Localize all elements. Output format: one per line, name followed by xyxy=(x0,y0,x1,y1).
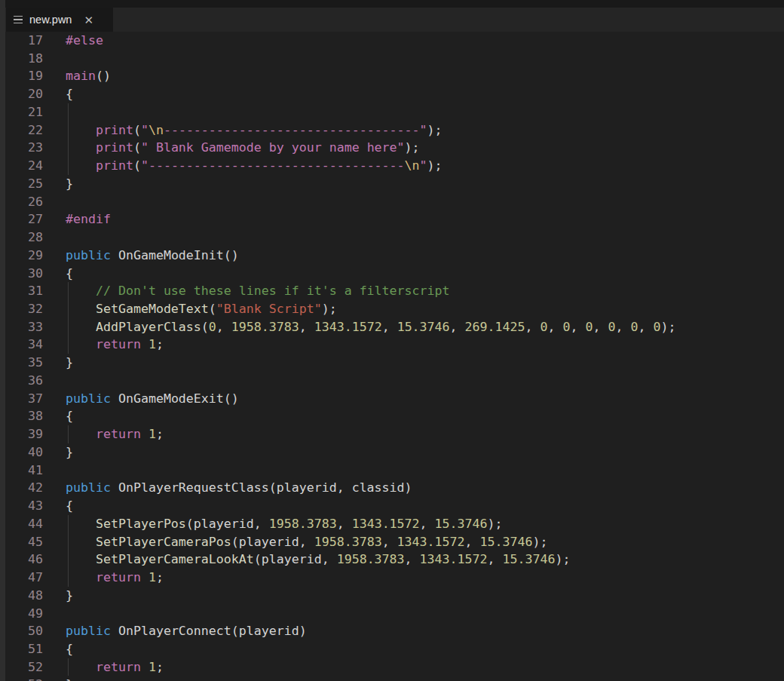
code-line[interactable]: 51{ xyxy=(0,640,784,658)
code-line[interactable]: 30{ xyxy=(0,265,784,283)
code-line[interactable]: 37public OnGameModeExit() xyxy=(0,390,784,408)
code-token: public xyxy=(66,391,111,406)
tab-new-pwn[interactable]: new.pwn ✕ xyxy=(6,8,113,32)
indent-guide xyxy=(68,139,69,157)
code-line[interactable]: 50public OnPlayerConnect(playerid) xyxy=(0,622,784,640)
line-number: 47 xyxy=(0,569,43,587)
code-line[interactable]: 28 xyxy=(0,229,784,247)
code-editor[interactable]: 17#else1819main()20{2122 print("\n------… xyxy=(0,32,784,681)
code-token: AddPlayerClass xyxy=(96,320,201,334)
code-token: 0 xyxy=(209,320,216,334)
code-line[interactable]: 20{ xyxy=(0,85,784,103)
code-line[interactable]: 32 SetGameModeText("Blank Script"); xyxy=(0,300,784,318)
code-line[interactable]: 31 // Don't use these lines if it's a fi… xyxy=(0,282,784,300)
code-line[interactable]: 43{ xyxy=(0,497,784,515)
code-line[interactable]: 19main() xyxy=(0,67,784,85)
code-text: public OnGameModeInit() xyxy=(43,247,239,265)
code-token: public xyxy=(66,624,111,638)
code-text: { xyxy=(43,85,73,103)
code-token xyxy=(66,517,96,531)
code-text xyxy=(43,462,66,480)
code-token: SetPlayerCameraLookAt xyxy=(96,552,254,566)
line-number: 42 xyxy=(0,479,43,497)
code-line[interactable]: 49 xyxy=(0,605,784,623)
code-token: "---------------------------------- xyxy=(141,158,405,173)
line-number: 45 xyxy=(0,533,43,551)
code-token: #endif xyxy=(66,212,111,226)
code-line[interactable]: 52 return 1; xyxy=(0,658,784,676)
code-line[interactable]: 41 xyxy=(0,462,784,480)
code-line[interactable]: 36 xyxy=(0,372,784,390)
code-text: main() xyxy=(43,67,111,85)
code-line[interactable]: 46 SetPlayerCameraLookAt(playerid, 1958.… xyxy=(0,551,784,569)
code-token xyxy=(66,140,96,155)
code-token: OnGameModeInit() xyxy=(111,248,239,262)
code-token: , xyxy=(525,320,541,334)
code-token: ); xyxy=(322,302,337,316)
code-token: ( xyxy=(209,302,216,316)
code-token: , xyxy=(382,320,397,334)
code-text: SetPlayerCameraPos(playerid, 1958.3783, … xyxy=(43,533,547,551)
code-line[interactable]: 40} xyxy=(0,443,784,462)
close-icon[interactable]: ✕ xyxy=(84,14,93,26)
code-line[interactable]: 44 SetPlayerPos(playerid, 1958.3783, 134… xyxy=(0,515,784,533)
code-token: 0 xyxy=(653,320,660,334)
code-text: return 1; xyxy=(43,336,164,354)
code-token: print xyxy=(96,158,133,173)
code-token: ; xyxy=(156,570,164,584)
code-token: ; xyxy=(156,660,164,674)
code-line[interactable]: 48} xyxy=(0,587,784,605)
code-line[interactable]: 25} xyxy=(0,175,784,193)
code-token: , xyxy=(450,320,465,334)
code-text: print("---------------------------------… xyxy=(43,157,443,175)
code-token: , xyxy=(593,320,608,334)
editor-window: new.pwn ✕ 17#else1819main()20{2122 print… xyxy=(0,0,784,681)
code-line[interactable]: 27#endif xyxy=(0,210,784,229)
code-line[interactable]: 42public OnPlayerRequestClass(playerid, … xyxy=(0,479,784,497)
code-line[interactable]: 23 print(" Blank Gamemode by your name h… xyxy=(0,139,784,157)
code-line[interactable]: 18 xyxy=(0,50,784,68)
code-line[interactable]: 29public OnGameModeInit() xyxy=(0,247,784,265)
code-line[interactable]: 47 return 1; xyxy=(0,569,784,587)
code-token: ); xyxy=(532,535,547,549)
code-line[interactable]: 33 AddPlayerClass(0, 1958.3783, 1343.157… xyxy=(0,318,784,336)
code-line[interactable]: 53} xyxy=(0,676,784,681)
code-line[interactable]: 26 xyxy=(0,193,784,211)
code-token: 15.3746 xyxy=(435,517,488,531)
left-edge-strip xyxy=(0,0,5,681)
line-number: 35 xyxy=(0,354,43,372)
code-token xyxy=(66,320,96,334)
code-line[interactable]: 34 return 1; xyxy=(0,336,784,354)
code-text: SetGameModeText("Blank Script"); xyxy=(43,300,337,318)
code-token: } xyxy=(66,355,73,370)
code-token: \n xyxy=(149,123,164,137)
line-number: 18 xyxy=(0,50,43,68)
code-token: OnPlayerRequestClass(playerid, classid) xyxy=(111,480,412,495)
code-text: return 1; xyxy=(43,658,164,676)
code-line[interactable]: 45 SetPlayerCameraPos(playerid, 1958.378… xyxy=(0,533,784,551)
code-token: SetPlayerPos xyxy=(96,517,186,531)
code-line[interactable]: 38{ xyxy=(0,407,784,425)
code-text: SetPlayerPos(playerid, 1958.3783, 1343.1… xyxy=(43,515,503,533)
code-token: , xyxy=(465,535,480,549)
tab-bar-top-strip xyxy=(0,0,784,8)
line-number: 31 xyxy=(0,282,43,300)
code-line[interactable]: 24 print("------------------------------… xyxy=(0,157,784,175)
code-line[interactable]: 39 return 1; xyxy=(0,425,784,443)
code-line[interactable]: 21 xyxy=(0,103,784,121)
code-token: { xyxy=(66,498,73,513)
code-token xyxy=(66,535,96,549)
code-token: ); xyxy=(405,140,420,155)
code-text: } xyxy=(43,443,73,462)
code-token: (playerid, xyxy=(254,552,337,566)
indent-guide xyxy=(68,569,69,587)
code-text: } xyxy=(43,587,73,605)
code-line[interactable]: 17#else xyxy=(0,32,784,50)
code-token: , xyxy=(488,552,503,566)
hamburger-icon[interactable] xyxy=(14,16,23,24)
code-token xyxy=(66,284,96,298)
code-line[interactable]: 35} xyxy=(0,354,784,372)
code-text: // Don't use these lines if it's a filte… xyxy=(43,282,450,300)
code-line[interactable]: 22 print("\n----------------------------… xyxy=(0,121,784,140)
code-token: " xyxy=(141,123,149,137)
